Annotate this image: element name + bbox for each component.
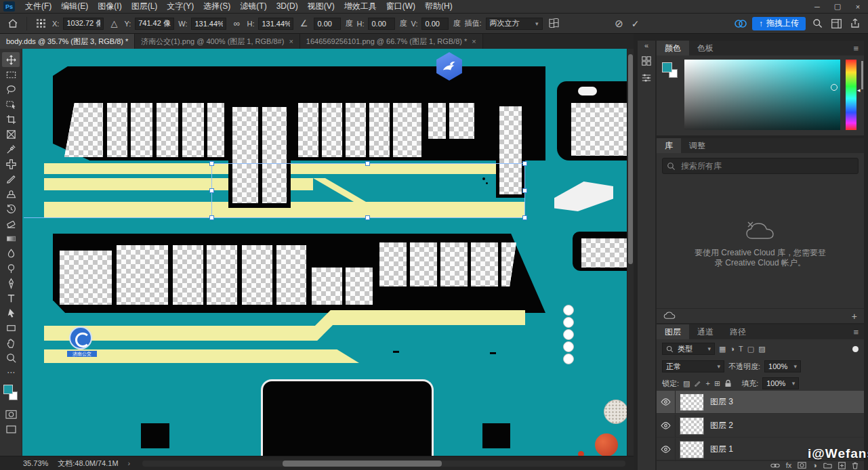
transform-handle-top-right[interactable] [522,161,527,166]
close-icon[interactable]: × [472,37,476,45]
v-skew-input[interactable] [421,18,449,30]
minimize-icon[interactable]: ─ [807,0,827,13]
layer-thumbnail[interactable] [680,441,704,458]
layer-mask-icon[interactable] [798,462,806,469]
quick-mask-button[interactable] [2,407,20,422]
grid-panel-icon[interactable] [641,56,652,66]
filter-pixel-layers-icon[interactable]: ▦ [719,345,726,353]
edit-toolbar-button[interactable]: ⋯ [2,365,20,380]
panel-menu-icon[interactable]: ≡ [848,41,864,56]
menu-plugins[interactable]: 增效工具 [339,0,381,14]
rotation-input[interactable] [314,18,341,30]
sliders-panel-icon[interactable] [641,72,652,83]
layer-filter-toggle[interactable] [852,346,859,352]
transform-handle-top-left[interactable] [209,161,214,166]
rectangle-tool[interactable] [2,320,20,335]
lock-position-icon[interactable]: + [705,380,709,387]
status-chevron-icon[interactable]: › [128,459,131,467]
brush-tool[interactable] [2,171,20,186]
y-input[interactable] [135,18,174,30]
drag-upload-button[interactable]: ↑ 拖拽上传 [752,17,806,30]
hue-slider[interactable] [846,60,856,130]
vertical-scrollbar-thumb[interactable] [628,54,633,264]
layer-thumbnail[interactable] [680,393,704,411]
photoshop-logo-icon[interactable]: Ps [3,1,15,12]
warp-mode-icon[interactable] [547,16,562,31]
menu-help[interactable]: 帮助(H) [420,0,457,14]
layer-thumbnail[interactable] [680,417,704,435]
rectangular-marquee-tool[interactable] [2,67,20,82]
layer-name[interactable]: 图层 1 [710,444,733,455]
cancel-transform-icon[interactable]: ⊘ [613,18,625,30]
restore-icon[interactable]: ▢ [827,0,848,13]
delete-layer-icon[interactable] [852,462,859,469]
hand-tool[interactable] [2,335,20,350]
blend-mode-select[interactable]: 正常 ▾ [662,360,724,372]
doc-tab-jinan-bus-png[interactable]: 济南公交(1).png @ 400% (图层 1, RGB/8#) × [135,34,300,49]
filter-adjustment-layers-icon[interactable]: ◑ [730,345,735,353]
new-layer-icon[interactable] [838,462,846,469]
doc-tab-1646569256101-png[interactable]: 1646569256101.png @ 66.7% (图层 1, RGB/8) … [300,34,483,49]
tab-libraries[interactable]: 库 [657,138,681,153]
layer-name[interactable]: 图层 2 [710,420,733,431]
home-icon[interactable] [5,16,20,31]
layer-visibility-toggle[interactable] [657,414,676,437]
tab-channels[interactable]: 通道 [689,324,722,339]
horizontal-scrollbar-thumb[interactable] [283,461,442,467]
search-icon[interactable] [810,16,825,31]
hue-slider-marker-icon[interactable]: ◂ [857,87,861,93]
zoom-tool[interactable] [2,350,20,365]
menu-filter[interactable]: 滤镜(T) [235,0,271,14]
menu-select[interactable]: 选择(S) [199,0,235,14]
foreground-color-swatch[interactable] [662,62,672,72]
lasso-tool[interactable] [2,82,20,97]
tab-layers[interactable]: 图层 [657,324,689,339]
filter-shape-layers-icon[interactable]: ▢ [747,345,754,353]
layer-name[interactable]: 图层 3 [710,396,733,408]
color-gradient-field[interactable] [684,60,840,130]
canvas-vertical-scrollbar[interactable] [627,49,634,456]
transform-bounding-box[interactable] [211,163,525,218]
transform-handle-bottom-left[interactable] [209,215,214,220]
share-icon[interactable] [848,16,863,31]
new-group-icon[interactable] [823,462,832,469]
tab-adjustments[interactable]: 调整 [681,138,714,153]
transform-handle-middle-right[interactable] [522,188,527,193]
crop-tool[interactable] [2,112,20,127]
transform-handle-middle-left[interactable] [209,188,214,193]
layer-visibility-toggle[interactable] [657,438,676,461]
layer-visibility-toggle[interactable] [657,391,676,414]
zoom-level[interactable]: 35.73% [23,459,48,467]
object-selection-tool[interactable] [2,97,20,112]
library-search-box[interactable] [662,158,859,174]
lock-artboard-icon[interactable]: ⊞ [714,380,720,387]
transform-handle-top-center[interactable] [365,161,370,166]
document-canvas[interactable]: 济南公交 [22,49,627,456]
clone-stamp-tool[interactable] [2,186,20,201]
menu-view[interactable]: 视图(V) [303,0,339,14]
healing-brush-tool[interactable] [2,156,20,171]
tab-paths[interactable]: 路径 [722,324,754,339]
filter-smart-objects-icon[interactable]: ▨ [758,345,765,353]
link-dimensions-icon[interactable]: ∞ [230,18,243,30]
eyedropper-tool[interactable] [2,142,20,156]
transform-handle-bottom-center[interactable] [365,215,370,220]
screen-mode-button[interactable] [2,422,20,437]
panel-scrollbar[interactable] [861,61,863,89]
commit-transform-icon[interactable]: ✓ [629,18,642,30]
library-search-input[interactable] [680,161,854,171]
x-input[interactable] [63,18,104,30]
opacity-select[interactable]: 100% ▾ [764,360,801,372]
expand-panels-icon[interactable]: « [644,41,648,49]
tab-color[interactable]: 颜色 [657,41,689,56]
menu-type[interactable]: 文字(Y) [162,0,199,14]
close-icon[interactable]: × [289,37,293,45]
gradient-tool[interactable] [2,231,20,246]
canvas-horizontal-scrollbar[interactable] [142,461,625,467]
interpolation-select[interactable]: 两次立方 ▾ [486,18,543,30]
panel-menu-icon[interactable]: ≡ [848,324,864,339]
dodge-tool[interactable] [2,261,20,276]
doc-tab-body-dds[interactable]: body.dds @ 35.7% (图层 3, RGB/8) * [0,34,135,49]
menu-layer[interactable]: 图层(L) [127,0,163,14]
close-icon[interactable]: × [848,0,868,13]
